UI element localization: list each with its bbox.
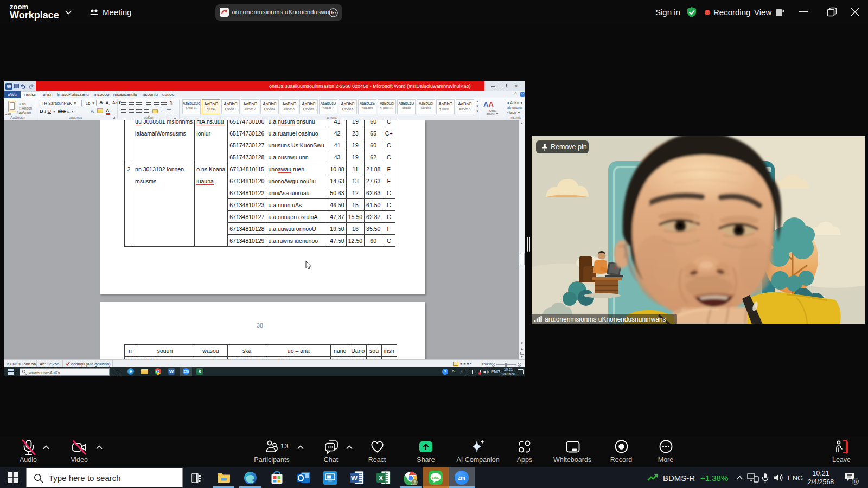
svg-text:W: W: [351, 474, 358, 482]
svg-text:X: X: [379, 474, 384, 482]
svg-text:LINE: LINE: [432, 476, 439, 479]
